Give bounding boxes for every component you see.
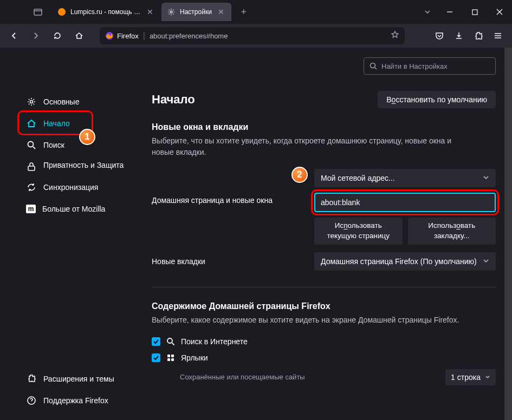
homepage-select[interactable]: Мой сетевой адрес... — [314, 169, 496, 187]
sidebar-label: Больше от Mozilla — [42, 205, 105, 213]
sidebar-item-extensions[interactable]: Расширения и темы — [22, 368, 132, 390]
shortcuts-description: Сохранённые или посещаемые сайты — [180, 373, 305, 381]
menu-icon[interactable] — [489, 27, 507, 44]
use-bookmark-button[interactable]: Использоватьзакладку... — [408, 218, 496, 245]
toolbar: Firefox | about:preferences#home — [0, 24, 512, 48]
back-button[interactable] — [5, 27, 23, 44]
titlebar: Lumpics.ru - помощь с компьютером ✕ Наст… — [0, 0, 512, 24]
new-tab-button[interactable]: + — [236, 4, 252, 20]
checkbox-label: Поиск в Интернете — [181, 337, 248, 346]
close-icon[interactable]: ✕ — [145, 7, 155, 17]
sidebar-label: Приватность и Защита — [43, 160, 124, 170]
mozilla-icon: m — [26, 205, 36, 213]
svg-rect-3 — [472, 10, 477, 15]
checkbox-label: Ярлыки — [181, 353, 208, 362]
preferences-sidebar: Основные Начало 1 Поиск Приватность и За… — [0, 48, 141, 420]
chevron-down-icon — [483, 257, 489, 266]
sidebar-label: Расширения и темы — [43, 375, 114, 383]
row-label-newtabs: Новые вкладки — [152, 257, 314, 266]
svg-point-6 — [30, 101, 33, 103]
tab-label: Настройки — [180, 8, 212, 16]
checkbox-shortcuts[interactable]: Ярлыки — [152, 353, 496, 363]
select-value: Мой сетевой адрес... — [321, 174, 395, 182]
gear-icon — [26, 96, 37, 107]
sidebar-label: Начало — [43, 119, 70, 128]
pocket-icon[interactable] — [431, 27, 448, 44]
grid-icon — [166, 353, 176, 363]
search-icon — [370, 62, 377, 70]
row-label-homepage: Домашняя страница и новые окна — [152, 169, 314, 205]
svg-rect-13 — [167, 358, 170, 361]
sidebar-item-support[interactable]: Поддержка Firefox — [22, 390, 132, 411]
lock-icon — [26, 161, 37, 172]
sync-icon — [26, 182, 37, 193]
use-current-page-button[interactable]: Использоватьтекущую страницу — [314, 218, 403, 245]
annotation-badge-2: 2 — [291, 167, 308, 183]
maximize-button[interactable] — [462, 0, 487, 24]
lumpics-favicon — [57, 8, 66, 16]
chevron-down-icon — [485, 373, 490, 382]
checkbox-checked-icon — [152, 353, 160, 362]
shortcuts-rows-select[interactable]: 1 строка — [445, 369, 496, 385]
sidebar-item-home[interactable]: Начало — [22, 113, 132, 134]
bookmark-star-icon[interactable] — [391, 30, 399, 41]
search-icon — [166, 337, 176, 346]
tab-dropdown[interactable] — [418, 9, 437, 15]
sidebar-label: Синхронизация — [43, 183, 98, 192]
reload-button[interactable] — [49, 27, 66, 44]
select-value: Домашняя страница Firefox (По умолчанию) — [321, 257, 477, 266]
home-icon — [26, 118, 37, 129]
preferences-search[interactable]: Найти в Настройках — [364, 57, 496, 75]
page-title: Начало — [152, 93, 195, 107]
extensions-icon[interactable] — [470, 27, 487, 44]
checkbox-web-search[interactable]: Поиск в Интернете — [152, 337, 496, 346]
home-button[interactable] — [70, 27, 88, 44]
search-placeholder: Найти в Настройках — [381, 62, 448, 70]
tab-settings[interactable]: Настройки ✕ — [161, 3, 231, 21]
url-bar[interactable]: Firefox | about:preferences#home — [100, 27, 405, 44]
url-identity: Firefox — [105, 31, 139, 40]
section-description: Выберите, какое содержимое вы хотите вид… — [152, 314, 466, 326]
restore-defaults-button[interactable]: Восстановить по умолчанию — [378, 91, 496, 108]
section-description: Выберите, что вы хотите увидеть, когда о… — [152, 135, 466, 158]
forward-button[interactable] — [27, 27, 44, 44]
workspace-icon[interactable] — [33, 6, 43, 17]
section-title: Содержимое Домашней страницы Firefox — [152, 301, 496, 311]
chevron-down-icon — [483, 174, 489, 182]
firefox-icon — [105, 31, 114, 40]
svg-point-7 — [28, 142, 34, 147]
sidebar-item-search[interactable]: Поиск — [22, 134, 132, 156]
svg-point-2 — [170, 11, 172, 13]
separator — [152, 287, 496, 287]
preferences-content: Найти в Настройках Основные Начало 1 Пои… — [0, 48, 512, 420]
homepage-url-input[interactable] — [314, 193, 496, 212]
sidebar-label: Основные — [43, 97, 79, 106]
section-title: Новые окна и вкладки — [152, 122, 496, 132]
titlebar-right — [418, 0, 512, 24]
preferences-main: Начало Восстановить по умолчанию Новые о… — [141, 48, 512, 420]
svg-rect-14 — [171, 358, 174, 361]
sidebar-item-sync[interactable]: Синхронизация — [22, 176, 132, 198]
svg-rect-8 — [28, 166, 35, 170]
sidebar-item-privacy[interactable]: Приватность и Защита — [22, 156, 132, 176]
identity-label: Firefox — [117, 32, 139, 40]
checkbox-checked-icon — [152, 337, 160, 346]
sidebar-label: Поиск — [43, 141, 64, 149]
minimize-button[interactable] — [437, 0, 462, 24]
search-icon — [26, 140, 37, 150]
sidebar-item-general[interactable]: Основные — [22, 91, 132, 113]
close-button[interactable] — [487, 0, 512, 24]
newtab-select[interactable]: Домашняя страница Firefox (По умолчанию) — [314, 252, 496, 271]
svg-point-10 — [167, 338, 172, 343]
svg-rect-0 — [34, 9, 42, 15]
sidebar-item-more[interactable]: m Больше от Mozilla — [22, 198, 132, 220]
svg-point-5 — [371, 63, 375, 68]
downloads-icon[interactable] — [450, 27, 468, 44]
tab-lumpics[interactable]: Lumpics.ru - помощь с компьютером ✕ — [52, 3, 160, 21]
url-text: about:preferences#home — [150, 32, 386, 40]
puzzle-icon — [26, 373, 37, 384]
help-icon — [26, 395, 37, 406]
select-value: 1 строка — [451, 373, 481, 382]
tab-strip: Lumpics.ru - помощь с компьютером ✕ Наст… — [0, 0, 418, 24]
close-icon[interactable]: ✕ — [216, 7, 226, 17]
